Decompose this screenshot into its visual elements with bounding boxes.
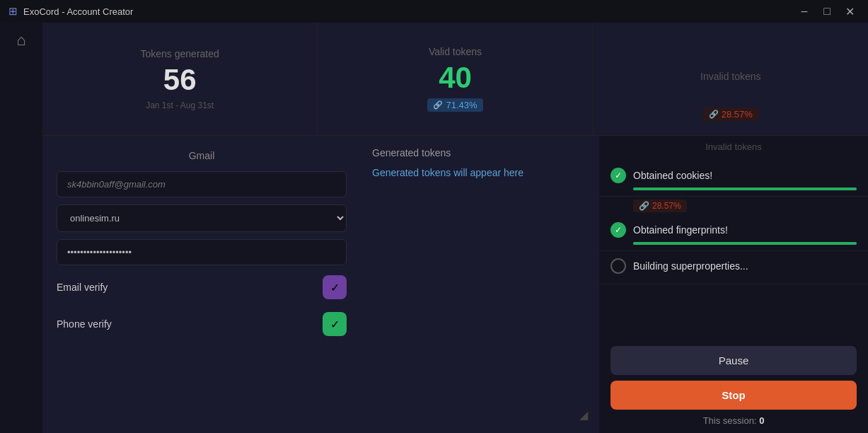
invalid-tokens-label: Invalid tokens xyxy=(700,71,761,82)
config-title: Gmail xyxy=(57,150,347,161)
close-button[interactable]: ✕ xyxy=(840,1,860,21)
status-items-list: ✓ Obtained cookies! 🔗 28.57% xyxy=(599,155,868,339)
session-info: This session: 0 xyxy=(611,415,857,426)
tokens-generated-date: Jan 1st - Aug 31st xyxy=(146,100,214,110)
status-item-row-fp: ✓ Obtained fingerprints! xyxy=(611,222,857,238)
status-item-row: ✓ Obtained cookies! xyxy=(611,168,857,183)
tokens-placeholder: Generated tokens will appear here xyxy=(372,167,588,178)
app-icon: ⊞ xyxy=(8,5,18,18)
stop-button[interactable]: Stop xyxy=(611,381,857,410)
invalid-badge-icon: 🔗 xyxy=(709,110,719,119)
status-item-fingerprints: ✓ Obtained fingerprints! xyxy=(599,215,868,251)
valid-tokens-card: Valid tokens 40 🔗 71.43% xyxy=(318,23,593,135)
pause-button[interactable]: Pause xyxy=(611,346,857,375)
invalid-percent-badge-row: 🔗 28.57% xyxy=(599,197,868,215)
cookies-progress-fill xyxy=(633,187,857,190)
window-controls: – □ ✕ xyxy=(794,1,860,21)
check-icon-cookies: ✓ xyxy=(611,168,626,183)
titlebar: ⊞ ExoCord - Account Creator – □ ✕ xyxy=(0,0,868,23)
maximize-button[interactable]: □ xyxy=(817,1,837,21)
sidebar: ⌂ xyxy=(0,23,42,433)
invalid-badge-icon2: 🔗 xyxy=(639,201,649,211)
tokens-title: Generated tokens xyxy=(372,147,588,158)
email-verify-toggle[interactable]: ✓ xyxy=(323,275,347,299)
valid-tokens-badge: 🔗 71.43% xyxy=(427,98,482,112)
phone-verify-toggle[interactable]: ✓ xyxy=(323,312,347,336)
circle-icon-superproperties xyxy=(611,258,626,274)
badge-icon: 🔗 xyxy=(433,100,443,110)
email-verify-label: Email verify xyxy=(57,282,108,293)
home-icon[interactable]: ⌂ xyxy=(16,31,25,50)
invalid-tokens-card: Invalid tokens 🔗 28.57% xyxy=(594,23,868,135)
check-icon-fingerprints: ✓ xyxy=(611,222,626,238)
fingerprints-text: Obtained fingerprints! xyxy=(633,224,728,236)
password-input[interactable] xyxy=(57,239,347,265)
valid-tokens-value: 40 xyxy=(439,63,472,93)
invalid-percent-text: 28.57% xyxy=(652,201,681,211)
invalid-tokens-header: Invalid tokens xyxy=(599,136,868,155)
fingerprints-progress-bar xyxy=(633,242,857,245)
cookies-progress-bar xyxy=(633,187,857,190)
session-value: 0 xyxy=(759,415,764,426)
fingerprints-progress-fill xyxy=(633,242,857,245)
tokens-panel: Generated tokens Generated tokens will a… xyxy=(361,136,599,433)
superproperties-text: Building superproperties... xyxy=(633,260,748,272)
stats-row: Tokens generated 56 Jan 1st - Aug 31st V… xyxy=(42,23,868,136)
status-item-row-sp: Building superproperties... xyxy=(611,258,857,274)
tokens-generated-label: Tokens generated xyxy=(141,48,219,59)
main-layout: ⌂ Tokens generated 56 Jan 1st - Aug 31st… xyxy=(0,23,868,433)
invalid-badge: 🔗 28.57% xyxy=(703,108,758,121)
app-title: ExoCord - Account Creator xyxy=(23,6,789,17)
invalid-tokens-percent: 28.57% xyxy=(722,109,753,120)
status-panel: Invalid tokens ✓ Obtained cookies! xyxy=(599,136,868,433)
phone-verify-label: Phone verify xyxy=(57,318,112,330)
sms-provider-select[interactable]: onlinesim.ru sms-activate.org 5sim.net xyxy=(57,204,347,232)
invalid-percent-badge: 🔗 28.57% xyxy=(633,200,687,212)
valid-tokens-percent: 71.43% xyxy=(446,100,477,110)
phone-verify-row: Phone verify ✓ xyxy=(57,309,347,339)
config-panel: Gmail onlinesim.ru sms-activate.org 5sim… xyxy=(42,136,361,433)
resize-handle[interactable]: ◢ xyxy=(579,408,588,422)
minimize-button[interactable]: – xyxy=(794,1,814,21)
status-item-superproperties: Building superproperties... xyxy=(599,251,868,284)
session-label: This session: xyxy=(703,415,757,426)
cookies-text: Obtained cookies! xyxy=(633,170,712,181)
status-item-cookies: ✓ Obtained cookies! xyxy=(599,161,868,197)
tokens-generated-value: 56 xyxy=(163,65,197,95)
tokens-generated-card: Tokens generated 56 Jan 1st - Aug 31st xyxy=(42,23,318,135)
valid-tokens-label: Valid tokens xyxy=(429,46,482,57)
email-input[interactable] xyxy=(57,171,347,197)
content-area: Tokens generated 56 Jan 1st - Aug 31st V… xyxy=(42,23,868,433)
action-buttons: Pause Stop This session: 0 xyxy=(599,339,868,433)
email-verify-row: Email verify ✓ xyxy=(57,272,347,302)
bottom-row: Gmail onlinesim.ru sms-activate.org 5sim… xyxy=(42,136,868,433)
